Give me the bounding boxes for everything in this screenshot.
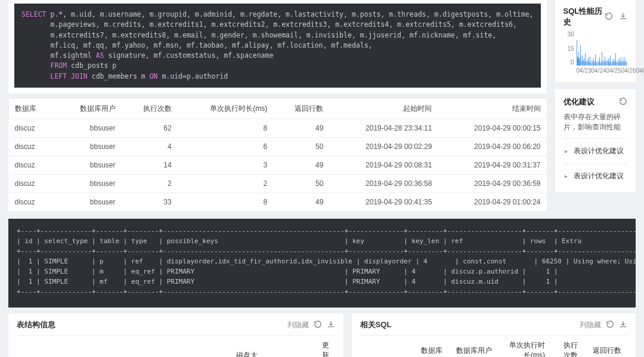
refresh-icon[interactable] (619, 97, 627, 107)
struct-title: 表结构信息 (17, 319, 55, 330)
table-header: 单次执行时长(ms) (498, 336, 551, 357)
perf-history-chart: 30150 04/2304/2404/2504/2604/2704/2804/2… (564, 31, 627, 74)
struct-table: 表名行数字符集磁盘大小创建时间更新时间 +community_log_20180… (17, 335, 335, 357)
chevron-right-icon: ▸ (565, 173, 568, 179)
table-header: 数据库用户 (448, 336, 498, 357)
table-header: 返回行数 (584, 336, 627, 357)
explain-output: +----+-------------+-------+--------+---… (8, 219, 636, 308)
table-row[interactable]: discuzbbsuser628492019-04-28 23:34:11201… (9, 119, 547, 137)
refresh-icon[interactable] (605, 12, 613, 22)
table-header: 字符集 (169, 336, 230, 357)
related-title: 相关SQL (360, 319, 392, 330)
table-header (360, 336, 383, 357)
chevron-right-icon: ▸ (565, 148, 568, 154)
table-row[interactable]: discuzbbsuser46502019-04-29 00:02:292019… (9, 137, 547, 156)
table-header: 执行次数 (551, 336, 584, 357)
related-table: 数据库数据库用户单次执行时长(ms)执行次数返回行数 +club_dbsqoop… (360, 335, 627, 357)
table-header: 数据库 (383, 336, 449, 357)
table-row[interactable]: discuzbbsuser143492019-04-29 00:08:31201… (9, 156, 547, 174)
hide-columns-button[interactable]: 列隐藏 (580, 320, 601, 330)
table-header (17, 336, 39, 357)
hide-columns-button[interactable]: 列隐藏 (287, 320, 309, 330)
table-header: 结束时间 (438, 99, 546, 119)
table-header: 执行次数 (122, 99, 178, 119)
table-header: 磁盘大小 (230, 336, 264, 357)
refresh-icon[interactable] (314, 320, 322, 330)
table-header: 创建时间 (264, 336, 315, 357)
perf-history-title: SQL性能历史 (564, 6, 605, 27)
table-header: 表名 (39, 336, 135, 357)
execution-table: 数据库数据库用户执行次数单次执行时长(ms)返回行数起始时间结束时间 discu… (8, 99, 547, 212)
table-header: 单次执行时长(ms) (178, 99, 274, 119)
table-header: 更新时间 (316, 336, 335, 357)
refresh-icon[interactable] (606, 320, 614, 330)
table-row[interactable]: discuzbbsuser22502019-04-29 00:36:582019… (9, 174, 547, 193)
download-icon[interactable] (619, 12, 627, 22)
table-header: 数据库 (9, 99, 55, 119)
table-header: 数据库用户 (55, 99, 122, 119)
table-row[interactable]: discuzbbsuser338492019-04-29 00:41:35201… (9, 193, 547, 211)
advice-title: 优化建议 (564, 97, 595, 107)
download-icon[interactable] (619, 320, 627, 330)
advice-text: 表中存在大量的碎片，影响查询性能 (564, 112, 627, 132)
sql-code-block: SELECT p.*, m.uid, m.username, m.groupid… (14, 4, 541, 88)
download-icon[interactable] (327, 320, 335, 330)
table-header: 返回行数 (273, 99, 329, 119)
advice-item[interactable]: ▸表设计优化建议 (564, 138, 627, 163)
table-header: 起始时间 (329, 99, 438, 119)
advice-item[interactable]: ▸表设计优化建议 (564, 163, 627, 188)
table-header: 行数 (135, 336, 169, 357)
